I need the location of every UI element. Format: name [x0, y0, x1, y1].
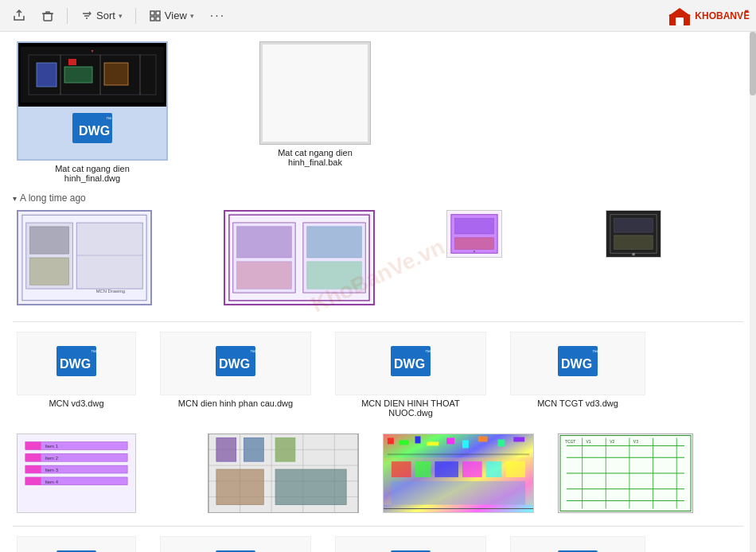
more-button[interactable]: ···	[204, 6, 232, 26]
logo-house-icon	[668, 6, 692, 25]
file-item-longtime-3[interactable]: ▼	[442, 207, 506, 312]
file-item-mcndh-tcgt[interactable]: DWG ™ MCNDH TCGT.dwg	[13, 533, 140, 552]
file-item-matcat-bak[interactable]: Mat cat ngang dien hinh_final.bak	[251, 38, 379, 186]
dwg-icon-mcn-tcgt: DWG ™	[558, 346, 598, 382]
svg-rect-94	[462, 440, 469, 448]
svg-text:DWG: DWG	[60, 357, 91, 371]
file-item-mcn-dienhinhphancau[interactable]: DWG ™ MCN dien hinh phan cau.dwg	[156, 328, 315, 421]
svg-rect-91	[415, 436, 421, 443]
file-name-matcat-dwg: Mat cat ngang dien hinh_final.dwg	[33, 164, 152, 183]
svg-rect-102	[435, 461, 458, 477]
thumb-blueprint-detail	[208, 433, 358, 513]
svg-text:Item 2: Item 2	[45, 456, 58, 461]
svg-text:▼: ▼	[473, 250, 477, 254]
svg-text:◼: ◼	[632, 252, 635, 256]
scrollbar-thumb[interactable]	[750, 32, 756, 95]
svg-rect-61	[25, 442, 41, 450]
svg-rect-35	[307, 227, 362, 258]
file-item-longtime-4[interactable]: ◼	[602, 207, 665, 312]
blueprint-preview: ▼	[21, 47, 164, 103]
toolbar: Sort ▾ View ▾ ··· KHOBANVẼ	[0, 0, 756, 32]
svg-rect-45	[614, 235, 653, 249]
dwg-icon-mcn-dien: DWG ™	[216, 346, 255, 382]
logo-text: KHOBANVẼ	[695, 10, 750, 21]
svg-rect-100	[392, 461, 411, 477]
content-area: KhoBanVe.vn ▼	[0, 32, 756, 552]
file-item-longtime-2[interactable]	[220, 207, 379, 312]
svg-rect-97	[513, 437, 524, 441]
sort-button[interactable]: Sort ▾	[74, 6, 129, 25]
svg-rect-40	[455, 238, 494, 250]
svg-rect-14	[64, 67, 92, 83]
svg-rect-98	[388, 453, 529, 455]
divider-section-1	[13, 321, 743, 322]
file-name-mcn-dienhinhphancau: MCN dien hinh phan cau.dwg	[178, 398, 293, 408]
dwg-icon-mcn-thoat: DWG ™	[391, 346, 431, 382]
svg-text:DWG: DWG	[79, 124, 110, 138]
share-button[interactable]	[6, 6, 32, 25]
svg-text:™: ™	[592, 349, 598, 355]
scrollbar-track[interactable]	[750, 32, 756, 552]
svg-text:V1: V1	[586, 440, 591, 444]
thumb-small-dark: ◼	[606, 210, 661, 258]
svg-text:™: ™	[106, 116, 111, 122]
svg-rect-92	[427, 441, 438, 445]
section-label-longtime: A long time ago	[13, 192, 743, 204]
file-item-mcn-tcgt[interactable]: DWG ™ MCN TCGT vd3.dwg	[506, 328, 649, 421]
svg-rect-42	[606, 211, 661, 257]
svg-rect-13	[37, 63, 57, 87]
svg-text:™: ™	[91, 349, 96, 355]
svg-rect-101	[415, 461, 431, 477]
svg-rect-95	[478, 436, 488, 441]
file-item-matcat-dwg[interactable]: ▼ DWG ™ Mat cat ngang dien hinh_final.dw…	[13, 38, 172, 186]
file-item-thumb-colorful[interactable]	[379, 430, 538, 516]
thumb-blueprint-cols	[225, 210, 373, 305]
top-file-row: ▼ DWG ™ Mat cat ngang dien hinh_final.dw…	[13, 38, 743, 186]
svg-rect-44	[614, 219, 653, 232]
svg-rect-1	[150, 11, 154, 15]
logo-area: KHOBANVẼ	[668, 6, 750, 25]
svg-rect-4	[156, 17, 160, 21]
svg-rect-104	[486, 461, 502, 477]
share-icon	[13, 10, 25, 22]
file-item-thumb-list[interactable]: Item 1 Item 2 Item 3 Item 4	[13, 430, 140, 516]
file-item-ekyhieu[interactable]: DWG ™ E-Ky hieu.dwg	[506, 533, 649, 552]
svg-text:Item 1: Item 1	[45, 444, 58, 449]
svg-rect-83	[244, 437, 264, 461]
svg-text:DWG: DWG	[219, 357, 250, 371]
svg-rect-90	[399, 440, 409, 445]
divider-2	[135, 8, 136, 24]
svg-rect-39	[455, 219, 494, 234]
group2-icons-row: DWG ™ MCNDH TCGT.dwg DWG ™ Sodotinh_vd.d…	[13, 533, 743, 552]
svg-rect-25	[30, 258, 69, 285]
dwg-icon-mcn-vd3: DWG ™	[57, 346, 96, 382]
svg-marker-6	[668, 8, 691, 16]
svg-rect-64	[25, 453, 41, 461]
file-item-longtime-1[interactable]: MCN Drawing	[13, 207, 156, 312]
svg-rect-67	[25, 465, 41, 473]
group1-thumbs-row: Item 1 Item 2 Item 3 Item 4	[13, 430, 743, 516]
thumb-colorful-noise	[384, 433, 533, 513]
svg-rect-16	[68, 59, 76, 65]
svg-rect-26	[76, 223, 142, 289]
longtime-file-row: MCN Drawing	[13, 207, 743, 312]
dwg-icon-large: DWG ™	[72, 113, 112, 153]
divider-1	[67, 8, 68, 24]
file-item-thumb-detail[interactable]	[204, 430, 363, 516]
svg-text:▼: ▼	[91, 49, 95, 53]
file-item-3ndo[interactable]: DWG ™ 3ndo_engrip.dwg	[331, 533, 490, 552]
view-button[interactable]: View ▾	[142, 6, 201, 25]
svg-text:MCN Drawing: MCN Drawing	[96, 289, 125, 293]
file-item-mcn-vd3[interactable]: DWG ™ MCN vd3.dwg	[13, 328, 140, 421]
file-name-mcn-vd3: MCN vd3.dwg	[49, 398, 103, 408]
file-name-mcn-tcgt: MCN TCGT vd3.dwg	[537, 398, 618, 408]
svg-rect-15	[104, 63, 128, 85]
thumb-blueprint-multi: MCN Drawing	[18, 210, 150, 305]
svg-rect-82	[216, 437, 236, 461]
delete-button[interactable]	[35, 6, 60, 25]
file-item-thumb-green[interactable]: TCGT V1 V2 V3	[554, 430, 697, 516]
svg-text:™: ™	[425, 349, 431, 355]
file-item-mcn-thoatnuoc[interactable]: DWG ™ MCN DIEN HINH THOAT NUOC.dwg	[331, 328, 490, 421]
svg-rect-70	[25, 477, 41, 485]
file-item-sodotinh[interactable]: DWG ™ Sodotinh_vd.dwg	[156, 533, 315, 552]
